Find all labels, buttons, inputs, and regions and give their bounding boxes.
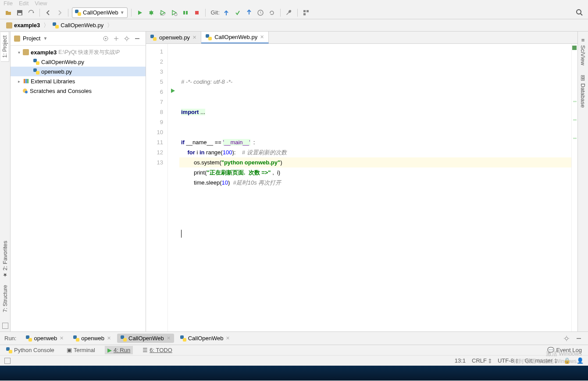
collapse-icon[interactable] bbox=[111, 34, 121, 43]
profile-icon[interactable] bbox=[169, 8, 179, 18]
windows-taskbar[interactable] bbox=[0, 366, 588, 381]
database-tool-tab[interactable]: 🗄Database bbox=[579, 72, 587, 110]
close-icon[interactable]: ✕ bbox=[192, 35, 196, 40]
concurrent-icon[interactable] bbox=[181, 8, 190, 18]
tree-project-root[interactable]: ▾ example3 E:\PyQt 快速开发与实战\P bbox=[11, 47, 146, 57]
project-tree[interactable]: ▾ example3 E:\PyQt 快速开发与实战\P CallOpenWeb… bbox=[11, 46, 146, 331]
run-tab[interactable]: CallOpenWeb✕ bbox=[117, 334, 174, 343]
favorites-tool-tab[interactable]: ★ 2: Favorites bbox=[1, 237, 9, 281]
run-tab[interactable]: openweb✕ bbox=[22, 334, 67, 343]
line-number-gutter[interactable]: 1235678910111213 bbox=[146, 44, 168, 331]
svg-rect-16 bbox=[25, 79, 27, 83]
list-icon: ☰ bbox=[143, 347, 148, 353]
svg-rect-5 bbox=[186, 11, 188, 14]
svg-rect-1 bbox=[18, 13, 21, 15]
right-tool-stripe: ≡SciView 🗄Database bbox=[577, 32, 588, 331]
sciview-tool-tab[interactable]: ≡SciView bbox=[579, 34, 587, 68]
svg-point-3 bbox=[175, 13, 177, 16]
text-caret bbox=[181, 230, 182, 238]
windows-icon[interactable] bbox=[4, 358, 11, 364]
terminal-icon: ▣ bbox=[67, 347, 72, 353]
menu-bar[interactable]: FileEditView bbox=[0, 0, 588, 6]
wrench-icon[interactable] bbox=[284, 8, 294, 18]
tree-scratches[interactable]: Scratches and Consoles bbox=[11, 86, 146, 96]
sync-icon[interactable] bbox=[26, 8, 36, 18]
svg-rect-15 bbox=[24, 79, 25, 83]
navigation-bar: example3 〉 CallOpenWeb.py 〉 bbox=[0, 19, 588, 32]
settings-icon[interactable] bbox=[122, 34, 132, 43]
structure-icon[interactable] bbox=[301, 8, 311, 18]
run-bottom-tab[interactable]: ▶4: Run bbox=[105, 346, 133, 354]
tree-external-libs[interactable]: ▸ External Libraries bbox=[11, 76, 146, 86]
gutter-icons[interactable] bbox=[168, 44, 179, 331]
python-icon bbox=[33, 59, 39, 65]
run-tab[interactable]: openweb✕ bbox=[70, 334, 114, 343]
svg-rect-10 bbox=[303, 13, 306, 15]
close-icon[interactable]: ✕ bbox=[60, 335, 64, 341]
project-tool-window: Project ▼ ▾ example3 E:\PyQt 快速开发与实战\P C… bbox=[11, 32, 146, 331]
project-view-title[interactable]: Project bbox=[23, 35, 40, 42]
editor-tab[interactable]: openweb.py ✕ bbox=[146, 32, 201, 43]
git-update-icon[interactable] bbox=[221, 8, 231, 18]
run-tab[interactable]: CallOpenWeb✕ bbox=[177, 334, 234, 343]
hide-icon[interactable] bbox=[574, 334, 584, 343]
git-rollback-icon[interactable] bbox=[267, 8, 277, 18]
run-gutter-icon[interactable] bbox=[170, 88, 176, 94]
git-history-icon[interactable] bbox=[256, 8, 265, 18]
svg-point-19 bbox=[25, 91, 28, 93]
breadcrumb-file[interactable]: CallOpenWeb.py bbox=[50, 21, 106, 29]
terminal-tab[interactable]: ▣Terminal bbox=[64, 346, 98, 354]
folder-icon bbox=[14, 36, 20, 42]
python-icon bbox=[150, 35, 157, 41]
svg-rect-6 bbox=[195, 11, 199, 14]
window-icon[interactable] bbox=[2, 323, 8, 329]
balloon-icon: 💬 bbox=[547, 347, 554, 353]
git-label: Git: bbox=[211, 9, 220, 16]
todo-tab[interactable]: ☰6: TODO bbox=[140, 346, 175, 354]
locate-icon[interactable] bbox=[101, 34, 110, 43]
hide-icon[interactable] bbox=[132, 34, 142, 43]
editor-tab[interactable]: CallOpenWeb.py ✕ bbox=[201, 32, 269, 43]
event-log-tab[interactable]: 💬Event Log bbox=[545, 346, 584, 354]
debug-icon[interactable] bbox=[146, 8, 156, 18]
lock-icon[interactable]: 🔒 bbox=[563, 357, 570, 364]
hector-icon[interactable]: 👤 bbox=[577, 357, 584, 364]
inspection-indicator[interactable] bbox=[572, 46, 577, 50]
tree-file[interactable]: openweb.py bbox=[11, 67, 146, 76]
back-icon[interactable] bbox=[43, 8, 53, 18]
git-branch[interactable]: Git: master ‡ bbox=[525, 357, 557, 364]
project-tool-tab[interactable]: 1: Project bbox=[1, 32, 9, 62]
error-stripe[interactable] bbox=[571, 44, 577, 331]
close-icon[interactable]: ✕ bbox=[260, 34, 264, 40]
breadcrumb-project[interactable]: example3 bbox=[4, 21, 43, 29]
close-icon[interactable]: ✕ bbox=[107, 335, 111, 341]
search-everywhere-icon[interactable] bbox=[575, 8, 584, 18]
run-config-select[interactable]: CallOpenWeb ▼ bbox=[72, 7, 128, 18]
caret-position[interactable]: 13:1 bbox=[455, 357, 466, 364]
open-icon[interactable] bbox=[4, 8, 13, 18]
main-toolbar: CallOpenWeb ▼ Git: bbox=[0, 6, 588, 19]
git-push-icon[interactable] bbox=[244, 8, 254, 18]
close-icon[interactable]: ✕ bbox=[167, 335, 171, 341]
python-console-tab[interactable]: Python Console bbox=[4, 346, 57, 354]
git-commit-icon[interactable] bbox=[233, 8, 242, 18]
settings-icon[interactable] bbox=[562, 334, 571, 343]
coverage-icon[interactable] bbox=[158, 8, 167, 18]
tree-file[interactable]: CallOpenWeb.py bbox=[11, 57, 146, 67]
line-separator[interactable]: CRLF ‡ bbox=[472, 357, 492, 364]
file-encoding[interactable]: UTF-8 ‡ bbox=[498, 357, 519, 364]
run-icon[interactable] bbox=[135, 8, 145, 18]
python-icon bbox=[180, 335, 186, 342]
run-config-name: CallOpenWeb bbox=[83, 9, 118, 16]
stop-icon[interactable] bbox=[192, 8, 202, 18]
svg-point-13 bbox=[105, 38, 107, 39]
save-icon[interactable] bbox=[15, 8, 25, 18]
close-icon[interactable]: ✕ bbox=[226, 335, 230, 341]
svg-rect-9 bbox=[306, 10, 309, 12]
svg-point-2 bbox=[150, 11, 153, 14]
python-icon bbox=[33, 68, 39, 75]
structure-tool-tab[interactable]: 7: Structure bbox=[1, 281, 9, 316]
forward-icon[interactable] bbox=[55, 8, 64, 18]
code-editor[interactable]: 1235678910111213 # -*- coding: utf-8 -*-… bbox=[146, 44, 577, 331]
python-icon bbox=[73, 335, 79, 342]
